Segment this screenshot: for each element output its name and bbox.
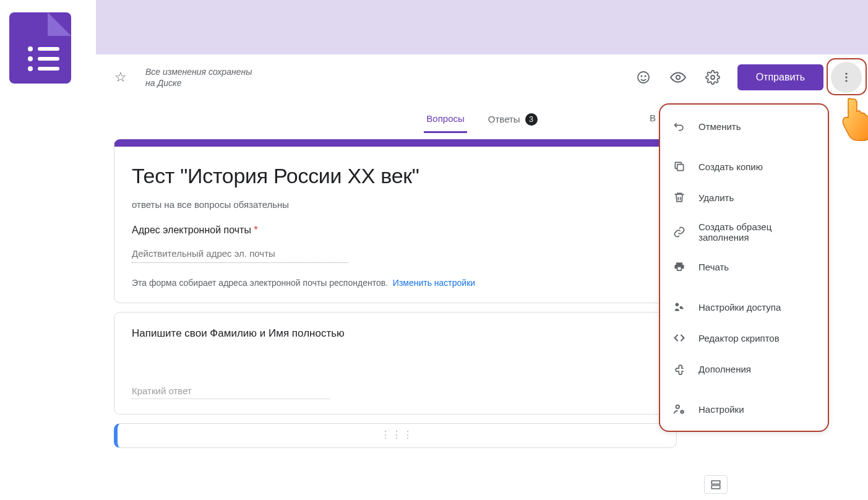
menu-label: Отменить [698, 121, 741, 132]
star-icon[interactable]: ☆ [114, 69, 127, 85]
preview-icon[interactable] [666, 65, 690, 90]
form-title[interactable]: Тест "История России XX век" [132, 164, 659, 188]
svg-point-0 [638, 72, 649, 83]
short-answer-placeholder: Краткий ответ [132, 383, 330, 399]
question-card-1[interactable]: Напишите свои Фамилию и Имя полностью Кр… [114, 312, 677, 415]
banner-strip [96, 0, 868, 54]
forms-app-logo [9, 12, 71, 84]
more-dropdown-menu: Отменить Создать копию Удалить Создать о… [659, 103, 829, 432]
menu-label: Создать копию [698, 162, 763, 172]
menu-print[interactable]: Печать [660, 251, 828, 282]
undo-icon [672, 119, 686, 133]
tab-questions[interactable]: Вопросы [424, 106, 466, 133]
header-toolbar: ☆ Все изменения сохранены на Диске Отпра… [96, 59, 868, 96]
form-title-card[interactable]: Тест "История России XX век" ответы на в… [114, 139, 677, 303]
menu-label: Настройки доступа [698, 302, 781, 312]
svg-point-1 [640, 75, 642, 77]
menu-label: Печать [698, 262, 729, 272]
question-text[interactable]: Напишите свои Фамилию и Имя полностью [132, 327, 659, 340]
svg-point-5 [845, 73, 847, 75]
tab-responses[interactable]: Ответы 3 [486, 106, 540, 133]
tab-responses-label: Ответы [488, 114, 520, 124]
truncated-text: В [650, 113, 656, 123]
menu-copy[interactable]: Создать копию [660, 151, 828, 182]
menu-label: Редактор скриптов [698, 333, 780, 343]
menu-prefill[interactable]: Создать образец заполнения [660, 213, 828, 251]
svg-point-4 [711, 75, 715, 79]
menu-label: Удалить [698, 192, 734, 203]
more-menu-button[interactable] [831, 62, 862, 93]
responses-count-badge: 3 [525, 113, 538, 126]
change-settings-link[interactable]: Изменить настройки [393, 278, 475, 288]
email-field-label: Адрес электронной почты * [132, 225, 659, 236]
toolbar-section-icon[interactable] [704, 475, 728, 494]
side-toolbar [704, 475, 728, 494]
tutorial-pointer-icon [838, 96, 868, 142]
menu-addons[interactable]: Дополнения [660, 353, 828, 384]
print-icon [672, 260, 686, 274]
send-button[interactable]: Отправить [737, 64, 823, 90]
drag-handle-icon[interactable]: ⋮⋮⋮ [122, 429, 671, 441]
settings-icon[interactable] [700, 65, 725, 90]
menu-label: Дополнения [698, 364, 751, 374]
svg-rect-9 [711, 486, 720, 489]
email-collection-note: Эта форма собирает адреса электронной по… [132, 278, 659, 288]
link-icon [672, 225, 686, 239]
addon-icon [672, 362, 686, 376]
save-status: Все изменения сохранены на Диске [145, 66, 252, 88]
svg-rect-10 [677, 165, 684, 171]
svg-point-3 [676, 75, 680, 80]
svg-point-7 [845, 80, 847, 82]
person-gear-icon [672, 402, 686, 416]
svg-rect-8 [711, 481, 720, 484]
svg-point-14 [681, 411, 684, 413]
trash-icon [672, 191, 686, 204]
svg-point-6 [845, 76, 847, 78]
svg-point-11 [676, 303, 679, 307]
svg-point-13 [676, 405, 680, 409]
theme-icon[interactable] [631, 65, 656, 90]
menu-undo[interactable]: Отменить [660, 111, 828, 142]
code-icon [672, 331, 686, 345]
menu-label: Настройки [698, 404, 744, 415]
menu-settings[interactable]: Настройки [660, 394, 828, 425]
svg-point-2 [644, 75, 646, 77]
copy-icon [672, 160, 686, 173]
menu-label: Создать образец заполнения [698, 222, 815, 243]
form-canvas: Тест "История России XX век" ответы на в… [114, 139, 677, 457]
active-question-card[interactable]: ⋮⋮⋮ [114, 423, 677, 448]
form-description[interactable]: ответы на все вопросы обязательны [132, 199, 659, 210]
email-input[interactable] [132, 244, 348, 263]
menu-share[interactable]: Настройки доступа [660, 291, 828, 322]
menu-script-editor[interactable]: Редактор скриптов [660, 322, 828, 353]
share-icon [672, 300, 686, 314]
menu-delete[interactable]: Удалить [660, 182, 828, 213]
